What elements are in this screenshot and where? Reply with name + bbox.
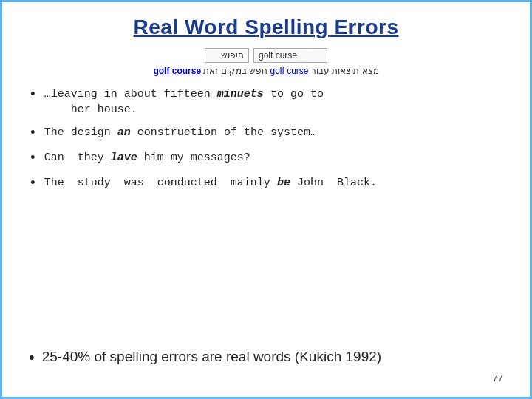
bullet-text-1: …leaving in about fifteen minuets to go …	[44, 86, 324, 117]
bullet-item-1: • …leaving in about fifteen minuets to g…	[29, 86, 503, 117]
bullet-text-4: The study was conducted mainly be John B…	[44, 175, 377, 191]
italic-bold-3: lave	[111, 151, 137, 164]
correction-line: מצא תוצאות עבור golf curse חפש במקום זאת…	[153, 66, 378, 76]
bottom-section: • 25-40% of spelling errors are real wor…	[29, 347, 503, 383]
bullet-text-2: The design an construction of the system…	[44, 125, 317, 140]
slide-title: Real Word Spelling Errors	[29, 16, 503, 39]
slide-container: Real Word Spelling Errors מצא תוצאות עבו…	[2, 2, 530, 397]
bullet-item-2: • The design an construction of the syst…	[29, 125, 503, 143]
bullet-dot-1: •	[29, 86, 37, 104]
bullet-list: • …leaving in about fifteen minuets to g…	[29, 86, 503, 330]
correction-instead: חפש במקום זאת	[201, 66, 267, 76]
italic-bold-1: minuets	[217, 88, 264, 100]
bullet-item-3: • Can they lave him my messages?	[29, 150, 503, 168]
golf-curse-link[interactable]: golf curse	[270, 66, 309, 76]
bullet-item-4: • The study was conducted mainly be John…	[29, 175, 503, 193]
search-input-hebrew[interactable]	[205, 48, 249, 63]
bullet-dot-2: •	[29, 124, 37, 143]
golf-course-link[interactable]: golf course	[153, 66, 201, 76]
search-input-result[interactable]	[253, 48, 327, 63]
italic-bold-4: be	[277, 177, 290, 189]
search-box-area: מצא תוצאות עבור golf curse חפש במקום זאת…	[29, 48, 503, 76]
bullet-dot-4: •	[29, 174, 37, 193]
bullet-text-3: Can they lave him my messages?	[44, 150, 250, 166]
bottom-bullet-dot: •	[29, 346, 35, 369]
bottom-bullet: • 25-40% of spelling errors are real wor…	[29, 347, 503, 369]
correction-label: מצא תוצאות עבור	[309, 66, 379, 76]
search-row	[205, 48, 327, 63]
bottom-bullet-text: 25-40% of spelling errors are real words…	[42, 347, 381, 367]
bullet-dot-3: •	[29, 149, 37, 168]
italic-bold-2: an	[117, 126, 131, 139]
page-number: 77	[29, 372, 503, 383]
